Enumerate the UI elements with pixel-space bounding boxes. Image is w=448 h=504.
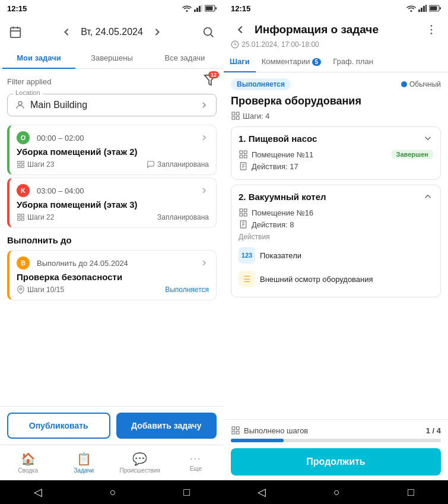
more-icon: ··· [190, 454, 201, 464]
person-icon [15, 100, 26, 110]
svg-rect-31 [430, 7, 437, 11]
step-2-title: 2. Вакуумный котел [239, 192, 326, 202]
nav-item-overview[interactable]: 🏠 Сводка [0, 452, 56, 474]
progress-label-wrap: Выполнено шагов [231, 426, 308, 435]
publish-button[interactable]: Опубликовать [7, 413, 110, 439]
due-task-steps: Шаги 10/15 [17, 286, 64, 294]
task-footer-2: Шаги 22 Запланирована [17, 213, 209, 221]
nav-item-incidents[interactable]: 💬 Происшествия [112, 452, 168, 474]
steps-count: Шаги: 4 [243, 112, 270, 121]
right-sys-nav: ◁ ○ □ [224, 480, 448, 504]
svg-point-25 [411, 10, 412, 12]
svg-rect-3 [199, 6, 201, 12]
svg-rect-27 [421, 8, 422, 12]
calendar-icon[interactable] [6, 23, 25, 42]
steps-text-1: Шаги 23 [27, 160, 54, 169]
tab-steps[interactable]: Шаги [224, 51, 256, 72]
prev-date-button[interactable] [57, 23, 76, 42]
location-field[interactable]: Location Main Building [7, 94, 217, 116]
step-1-room: Помещение №11 [239, 150, 313, 159]
next-date-button[interactable] [148, 23, 167, 42]
steps-icon-1 [17, 160, 25, 169]
action-item-1[interactable]: 123 Показатели [239, 243, 433, 267]
svg-rect-38 [236, 112, 239, 115]
actions-section-2: Действия 123 Показатели ☰ Внешний осмотр… [239, 233, 433, 291]
location-value: Main Building [30, 100, 87, 110]
due-task-card[interactable]: B Выполнить до 24.05.2024 Проверка безоп… [7, 250, 217, 300]
right-recent-sys-btn[interactable]: □ [398, 484, 424, 501]
right-battery-icon [429, 5, 441, 12]
tab-my-tasks[interactable]: Мои задачи [2, 47, 75, 68]
action-item-2[interactable]: ☰ Внешний осмотр оборудования [239, 267, 433, 291]
add-task-button[interactable]: Добавить задачу [116, 413, 217, 439]
due-task-chevron [199, 258, 209, 268]
svg-rect-28 [423, 6, 425, 12]
right-time: 12:15 [231, 4, 250, 13]
svg-rect-6 [206, 7, 213, 11]
date-nav: Вт, 24.05.2024 [57, 23, 167, 42]
right-signal-icon [418, 5, 427, 12]
task-main-title: Проверка оборудования [231, 95, 441, 107]
priority-label: Обычный [409, 80, 441, 88]
filter-text: Filter applied [7, 77, 51, 86]
step-1-chevron [422, 133, 433, 144]
step-1-header[interactable]: 1. Пищевой насос [231, 127, 440, 150]
location-box[interactable]: Main Building [7, 94, 217, 116]
progress-section: Выполнено шагов 1 / 4 Продолжить [224, 419, 448, 480]
action-icon-text-2: ☰ [243, 274, 251, 284]
continue-button[interactable]: Продолжить [231, 448, 441, 476]
back-sys-btn[interactable]: ◁ [24, 483, 52, 501]
recent-sys-btn[interactable]: □ [174, 484, 199, 501]
step-2-actions-row: Действия: 8 [239, 220, 433, 229]
search-button[interactable] [199, 23, 218, 42]
steps-count-icon [231, 111, 240, 121]
action-label-1: Показатели [260, 251, 301, 260]
nav-item-tasks[interactable]: 📋 Задачи [56, 452, 112, 474]
overview-label: Сводка [18, 467, 38, 474]
tab-completed[interactable]: Завершены [75, 47, 148, 68]
filter-button[interactable]: 12 [204, 74, 217, 89]
progress-label: Выполнено шагов [244, 426, 308, 435]
step-1-actions-row: Действия: 17 [239, 161, 433, 171]
progress-bar-bg [231, 439, 441, 442]
step-card-2: 2. Вакуумный котел Помещение №16 Действи… [231, 185, 441, 297]
location-content: Main Building [15, 100, 87, 110]
step-1-room-text: Помещение №11 [252, 150, 313, 159]
svg-rect-16 [18, 161, 20, 164]
task-footer-1: Шаги 23 Запланирована [17, 160, 209, 169]
due-task-badge-wrap: B Выполнить до 24.05.2024 [17, 256, 128, 270]
task-status-2: Запланирована [157, 213, 209, 221]
svg-rect-60 [236, 431, 239, 434]
step-2-actions: Действия: 8 [239, 220, 294, 229]
step-1-title: 1. Пищевой насос [239, 134, 317, 144]
right-panel: 12:15 [224, 0, 448, 504]
task-card-1[interactable]: O 00:00 – 02:00 Уборка помещений (этаж 2… [7, 125, 217, 175]
step-2-header[interactable]: 2. Вакуумный котел [231, 185, 440, 208]
task-time-row-2: K 03:00 – 04:00 [17, 184, 209, 197]
svg-rect-40 [236, 116, 239, 119]
svg-point-34 [431, 29, 433, 31]
right-status-icons [406, 5, 441, 12]
svg-rect-51 [240, 213, 243, 216]
tab-all-tasks[interactable]: Все задачи [148, 47, 221, 68]
svg-point-15 [18, 102, 22, 105]
rp-header-top: Информация о задаче [231, 20, 441, 39]
task-time-1: 00:00 – 02:00 [37, 134, 84, 142]
svg-rect-21 [21, 214, 24, 217]
tab-schedule[interactable]: Граф. план [327, 51, 379, 72]
tab-comments[interactable]: Комментарии5 [256, 51, 327, 72]
right-back-sys-btn[interactable]: ◁ [248, 483, 275, 501]
svg-rect-42 [244, 151, 247, 154]
task-card-2[interactable]: K 03:00 – 04:00 Уборка помещений (этаж 3… [7, 177, 217, 228]
svg-rect-59 [232, 431, 235, 434]
left-time: 12:15 [7, 4, 27, 13]
right-home-sys-btn[interactable]: ○ [324, 484, 349, 501]
svg-rect-23 [21, 218, 24, 220]
more-options-button[interactable] [422, 20, 441, 39]
svg-rect-4 [201, 5, 202, 12]
home-sys-btn[interactable]: ○ [100, 484, 126, 501]
svg-rect-7 [215, 7, 217, 9]
right-wifi-icon [406, 5, 416, 12]
back-button[interactable] [231, 20, 250, 39]
nav-item-more[interactable]: ··· Еще [168, 454, 224, 472]
